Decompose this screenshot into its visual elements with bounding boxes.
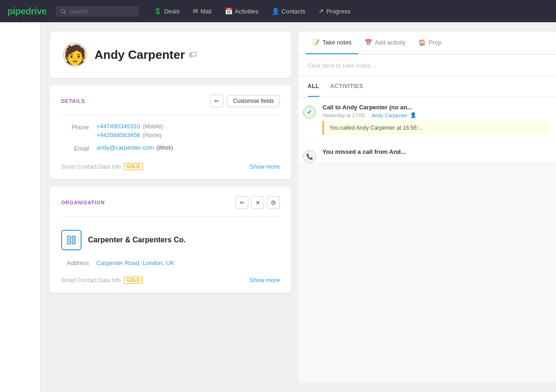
svg-rect-4 [72,241,75,244]
phone-home-line: +442084563456 (Home) [96,132,163,139]
check-icon: ✔ [307,109,312,115]
org-smart-data-info: Smart Contact Data Info GOLD [61,277,143,284]
person-icon: 👤 [272,7,279,15]
activity-list: ✔ Call to Andy Carpenter (no an... Yeste… [298,97,556,383]
nav-item-contacts[interactable]: 👤 Contacts [266,5,311,18]
svg-line-1 [64,12,66,13]
activity-meta: Yesterday at 17:05 · Andy Carpenter 👤 [322,112,549,118]
deals-icon: 💲 [154,7,162,15]
call-missed-icon: 📞 [303,150,316,163]
email-values: andy@carpenter.com (Work) [96,144,173,151]
activity-title: Call to Andy Carpenter (no an... [322,104,549,111]
notes-placeholder[interactable]: Click here to take notes... [308,62,376,69]
details-divider [61,115,280,115]
nav-item-activities-label: Activities [235,8,259,15]
org-info: Carpenter & Carpenters Co. [61,224,280,256]
email-label: Email [61,144,89,152]
activity-tab-activities[interactable]: ACTIVITIES [330,76,363,97]
activity-left-icon-2: 📞 [298,142,321,163]
details-card-header: DETAILS ✏ Customise fields [61,95,280,107]
details-card-actions: ✏ Customise fields [210,95,280,107]
phone-field-row: Phone +447490345310 (Mobile) +4420845634… [61,123,280,139]
nav-item-mail-label: Mail [201,8,212,15]
search-icon [60,8,66,14]
activity-item: ✔ Call to Andy Carpenter (no an... Yeste… [298,97,556,142]
tab-add-activity[interactable]: 📅 Add activity [358,32,412,54]
left-sidebar [0,22,41,392]
activity-person-link[interactable]: Andy Carpenter [372,113,407,118]
org-card-header: ORGANISATION ✏ ✕ ⚙ [61,196,280,209]
details-card: DETAILS ✏ Customise fields Phone +447490… [50,85,291,179]
nav-item-progress[interactable]: ↗ Progress [313,5,356,18]
nav-items: 💲 Deals ✉ Mail 📅 Activities 👤 Contacts ↗… [148,5,356,18]
details-show-more[interactable]: Show more [249,163,280,170]
org-address-row: Address Carpenter Road, London, UK [61,259,280,266]
nav-item-contacts-label: Contacts [282,8,305,15]
gold-badge: GOLD [124,163,143,170]
main-layout: 🧑 Andy Carpenter 🏷 DETAILS ✏ Customise f… [0,22,556,392]
nav-item-deals[interactable]: 💲 Deals [148,5,185,18]
email-work-line: andy@carpenter.com (Work) [96,144,173,151]
org-settings-button[interactable]: ⚙ [267,196,280,209]
activity-note-box: You called Andy Carpenter at 16:56:... [322,121,549,135]
customise-fields-button[interactable]: Customise fields [227,95,280,107]
activity-body: Call to Andy Carpenter (no an... Yesterd… [321,97,556,141]
notes-area[interactable]: Click here to take notes... [298,55,556,76]
call-completed-icon: ✔ [303,106,316,119]
tab-take-notes[interactable]: 📝 Take notes [306,32,358,54]
nav-item-activities[interactable]: 📅 Activities [219,5,264,18]
email-work-link[interactable]: andy@carpenter.com [96,144,154,151]
person-avatar-icon: 👤 [410,112,417,118]
tag-icon: 🏷 [189,50,197,60]
org-close-button[interactable]: ✕ [251,196,264,209]
details-card-footer: Smart Contact Data Info GOLD Show more [61,159,280,170]
org-building-icon [61,230,82,250]
phone-home-link[interactable]: +442084563456 [96,132,140,139]
mail-icon: ✉ [193,7,198,15]
activity-time: Yesterday at 17:05 [322,113,365,118]
phone-mobile-line: +447490345310 (Mobile) [96,123,163,130]
phone-home-type: (Home) [143,132,161,139]
org-section-title: ORGANISATION [61,200,105,205]
progress-icon: ↗ [318,7,324,15]
notes-icon: 📝 [312,39,320,46]
right-panel: 📝 Take notes 📅 Add activity 🏠 Prop Click… [298,32,556,383]
phone-values: +447490345310 (Mobile) +442084563456 (Ho… [96,123,163,139]
activity-left-icon: ✔ [298,97,321,141]
nav-item-mail[interactable]: ✉ Mail [187,5,217,18]
org-edit-button[interactable]: ✏ [235,196,248,209]
nav-item-deals-label: Deals [164,8,179,15]
org-gold-badge: GOLD [124,277,143,284]
activity-tabs: ALL ACTIVITIES [298,76,556,97]
activity-dot: · [367,113,369,118]
address-link[interactable]: Carpenter Road, London, UK [96,259,174,266]
avatar: 🧑 [63,43,87,67]
phone-mobile-link[interactable]: +447490345310 [96,123,140,130]
tab-prop[interactable]: 🏠 Prop [412,32,448,54]
org-show-more[interactable]: Show more [249,277,280,284]
calendar-icon: 📅 [225,7,233,15]
org-card-footer: Smart Contact Data Info GOLD Show more [61,273,280,284]
activity-item-2: 📞 You missed a call from And... [298,142,556,164]
phone-mobile-type: (Mobile) [143,123,163,130]
svg-rect-5 [68,241,70,244]
search-box[interactable] [56,6,139,17]
activity-tab-all[interactable]: ALL [308,76,319,97]
org-divider [61,216,280,217]
phone-label: Phone [61,123,89,131]
left-panel: 🧑 Andy Carpenter 🏷 DETAILS ✏ Customise f… [50,32,291,383]
right-panel-tabs: 📝 Take notes 📅 Add activity 🏠 Prop [298,32,556,55]
search-input[interactable] [69,8,129,15]
content-area: 🧑 Andy Carpenter 🏷 DETAILS ✏ Customise f… [41,22,556,392]
missed-call-icon: 📞 [306,153,313,160]
nav-item-progress-label: Progress [326,8,350,15]
prop-icon: 🏠 [418,39,426,46]
smart-data-info: Smart Contact Data Info GOLD [61,163,143,170]
activity-tab-icon: 📅 [365,39,372,46]
activity-body-2: You missed a call from And... [321,142,556,163]
details-edit-button[interactable]: ✏ [210,95,223,107]
email-work-type: (Work) [157,145,173,151]
app-logo: pipedrive [7,6,46,17]
contact-header-card: 🧑 Andy Carpenter 🏷 [50,32,291,78]
svg-rect-3 [72,236,75,239]
